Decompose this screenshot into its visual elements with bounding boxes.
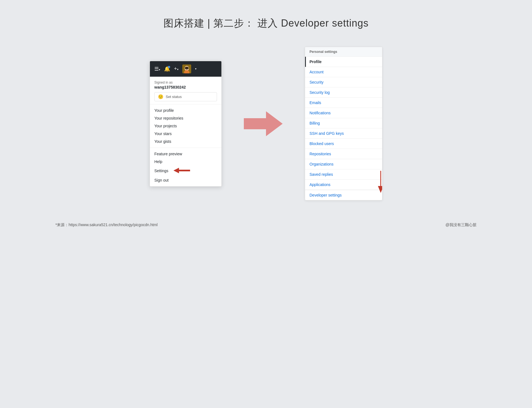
settings-nav-security-log[interactable]: Security log xyxy=(305,87,382,98)
footer-credit: @我没有三颗心脏 xyxy=(446,223,477,228)
developer-settings-row: Developer settings xyxy=(305,190,382,200)
nav-item-projects[interactable]: Your projects xyxy=(150,122,221,130)
feature-preview-label: Feature preview xyxy=(154,152,182,156)
navbar-header: ☰▾ 🔔 +▾ ▾ xyxy=(150,61,221,77)
nav-item-stars[interactable]: Your stars xyxy=(150,130,221,138)
settings-nav-ssh-gpg[interactable]: SSH and GPG keys xyxy=(305,128,382,139)
signed-in-section: Signed in as wang1375830242 🙂 Set status xyxy=(150,77,221,104)
nav-section: Your profile Your repositories Your proj… xyxy=(150,104,221,148)
emoji-icon: 🙂 xyxy=(158,94,163,99)
settings-nav-applications[interactable]: Applications xyxy=(305,180,382,190)
dropdown-panel: ☰▾ 🔔 +▾ ▾ xyxy=(150,61,222,187)
settings-nav-blocked-users[interactable]: Blocked users xyxy=(305,139,382,149)
settings-nav-profile[interactable]: Profile xyxy=(305,57,382,67)
notification-dot xyxy=(168,66,170,68)
footer: *来源：https://www.sakura521.cn/technology/… xyxy=(0,223,532,228)
help-label: Help xyxy=(154,159,162,164)
signed-in-label: Signed in as xyxy=(154,81,217,84)
svg-point-3 xyxy=(185,68,186,69)
svg-marker-6 xyxy=(173,168,190,173)
avatar-chevron: ▾ xyxy=(195,67,196,70)
chevron-down-icon: ▾ xyxy=(159,68,160,71)
page-title: 图床搭建 | 第二步： 进入 Developer settings xyxy=(163,17,369,30)
settings-item[interactable]: Settings xyxy=(150,166,221,176)
settings-label: Settings xyxy=(154,169,168,173)
settings-nav-security[interactable]: Security xyxy=(305,77,382,87)
nav-item-gists[interactable]: Your gists xyxy=(150,138,221,145)
set-status-label: Set status xyxy=(166,95,182,99)
big-arrow-svg xyxy=(244,109,283,139)
nav-item-repositories[interactable]: Your repositories xyxy=(150,114,221,122)
hamburger-icon[interactable]: ☰▾ xyxy=(154,66,160,72)
sign-out-label: Sign out xyxy=(154,178,168,182)
dropdown-body: Signed in as wang1375830242 🙂 Set status… xyxy=(150,77,221,186)
settings-panel-header: Personal settings xyxy=(305,47,382,57)
settings-nav-saved-replies[interactable]: Saved replies xyxy=(305,169,382,180)
settings-red-arrow xyxy=(173,167,190,175)
svg-marker-7 xyxy=(244,111,283,136)
settings-nav-account[interactable]: Account xyxy=(305,67,382,77)
settings-panel: Personal settings Profile Account Securi… xyxy=(305,47,382,200)
settings-nav-billing[interactable]: Billing xyxy=(305,118,382,128)
avatar-image xyxy=(182,64,191,73)
nav-item-profile[interactable]: Your profile xyxy=(150,107,221,114)
plus-icon[interactable]: +▾ xyxy=(174,66,178,72)
settings-nav-repositories[interactable]: Repositories xyxy=(305,149,382,159)
footer-source: *来源：https://www.sakura521.cn/technology/… xyxy=(55,223,158,228)
direction-arrow xyxy=(244,109,283,139)
settings-nav-organizations[interactable]: Organizations xyxy=(305,159,382,169)
svg-marker-9 xyxy=(378,186,382,193)
username-label: wang1375830242 xyxy=(154,85,217,89)
settings-nav-emails[interactable]: Emails xyxy=(305,98,382,108)
set-status-button[interactable]: 🙂 Set status xyxy=(154,92,217,101)
bottom-section: Feature preview Help Settings Sign out xyxy=(150,148,221,186)
svg-point-2 xyxy=(185,67,189,69)
avatar[interactable] xyxy=(182,64,191,73)
developer-red-arrow xyxy=(377,171,382,194)
help-item[interactable]: Help xyxy=(150,158,221,166)
settings-nav-notifications[interactable]: Notifications xyxy=(305,108,382,118)
bell-wrapper[interactable]: 🔔 xyxy=(164,66,170,72)
settings-nav-developer[interactable]: Developer settings xyxy=(305,190,382,200)
feature-preview-item[interactable]: Feature preview xyxy=(150,150,221,158)
sign-out-item[interactable]: Sign out xyxy=(150,176,221,184)
svg-point-4 xyxy=(187,68,188,69)
